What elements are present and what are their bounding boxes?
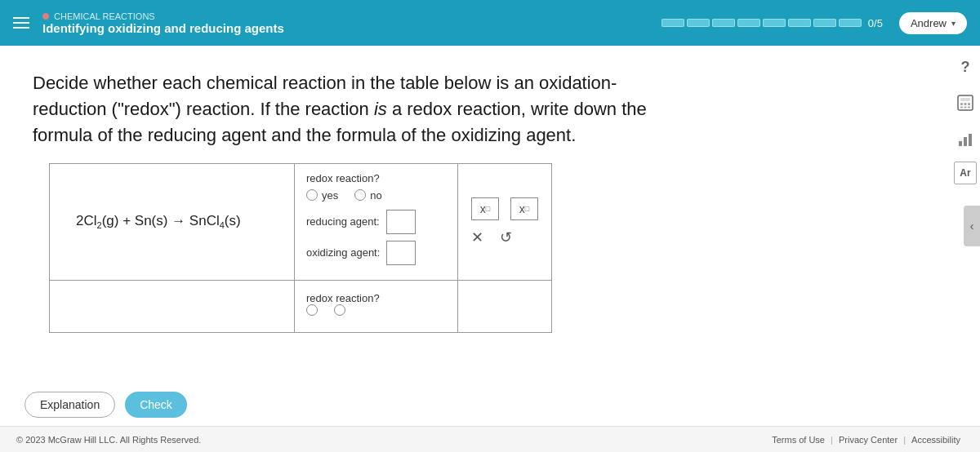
svg-rect-6 [964,107,967,109]
redox-question-label-1: redox reaction? [306,172,446,184]
reducing-agent-input[interactable] [386,210,416,234]
chevron-down-icon: ▾ [951,19,956,28]
oxidizing-agent-row: oxidizing agent: [306,241,446,265]
progress-bar [662,19,862,27]
header-title-area: CHEMICAL REACTIONS Identifying oxidizing… [42,11,662,35]
symbol-panel-2 [458,280,552,332]
radio-row-2 [306,304,446,316]
symbol-panel-1: x□ x□ ✕ ↺ [458,163,552,280]
reducing-agent-label: reducing agent: [306,215,380,228]
progress-segment-5 [763,19,786,27]
lesson-title: Identifying oxidizing and reducing agent… [42,21,662,35]
action-row: ✕ ↺ [471,228,538,246]
svg-rect-1 [960,98,970,101]
svg-rect-7 [968,107,970,109]
course-label: CHEMICAL REACTIONS [42,11,662,21]
answer-col-1: redox reaction? yes no [295,163,458,280]
symbol-row: x□ x□ [471,197,538,220]
reaction-formula-1: 2Cl2(g) + Sn(s) → SnCl4(s) [50,163,295,280]
progress-segment-4 [737,19,760,27]
svg-rect-10 [969,134,972,146]
svg-rect-8 [959,141,962,146]
status-dot [42,13,49,20]
no-radio-2-label[interactable] [334,304,345,316]
reducing-agent-row: reducing agent: [306,210,446,234]
svg-rect-3 [964,103,967,105]
terms-link[interactable]: Terms of Use [772,435,825,445]
yes-radio-label[interactable]: yes [306,189,338,202]
header: CHEMICAL REACTIONS Identifying oxidizing… [0,0,980,46]
progress-segment-1 [662,19,684,27]
clear-button[interactable]: ✕ [471,228,483,246]
progress-segment-7 [813,19,836,27]
periodic-table-icon[interactable]: Ar [954,162,977,184]
progress-label: 0/5 [868,17,883,29]
user-name: Andrew [911,17,947,29]
no-radio-2[interactable] [334,304,345,316]
reaction-table: 2Cl2(g) + Sn(s) → SnCl4(s) redox reactio… [49,163,552,333]
subscript-button[interactable]: x□ [510,197,538,220]
check-button[interactable]: Check [125,392,187,418]
superscript-button[interactable]: x□ [471,197,499,220]
table-row-2: redox reaction? [50,280,552,332]
answer-col-2: redox reaction? [295,280,458,332]
yes-radio[interactable] [306,189,318,201]
oxidizing-agent-input[interactable] [386,241,416,265]
yes-radio-2-label[interactable] [306,304,318,316]
oxidizing-agent-label: oxidizing agent: [306,246,380,259]
progress-segment-2 [687,19,710,27]
progress-segment-8 [839,19,862,27]
bottom-bar: © 2023 McGraw Hill LLC. All Rights Reser… [0,426,980,452]
no-radio[interactable] [354,189,366,201]
help-icon[interactable]: ? [952,54,978,80]
progress-area: 0/5 [662,17,883,29]
svg-rect-4 [968,103,970,105]
undo-button[interactable]: ↺ [500,228,512,246]
redox-question-label-2: redox reaction? [306,292,446,304]
calculator-icon[interactable] [952,90,978,116]
progress-segment-6 [788,19,811,27]
footer-links: Terms of Use | Privacy Center | Accessib… [768,435,964,445]
radio-row-1: yes no [306,189,446,202]
accessibility-link[interactable]: Accessibility [911,435,960,445]
table-area: 2Cl2(g) + Sn(s) → SnCl4(s) redox reactio… [49,163,947,333]
user-menu-button[interactable]: Andrew ▾ [899,12,967,34]
copyright-text: © 2023 McGraw Hill LLC. All Rights Reser… [16,435,201,445]
reaction-formula-2 [50,280,295,332]
privacy-link[interactable]: Privacy Center [839,435,898,445]
menu-button[interactable] [13,17,29,29]
yes-radio-2[interactable] [306,304,318,316]
svg-rect-2 [960,103,963,105]
question-text: Decide whether each chemical reaction in… [33,70,686,148]
chart-icon[interactable] [952,126,978,152]
svg-rect-5 [960,107,963,109]
right-sidebar: ? Ar [951,46,980,184]
table-row: 2Cl2(g) + Sn(s) → SnCl4(s) redox reactio… [50,163,552,280]
progress-segment-3 [712,19,735,27]
footer-actions: Explanation Check [24,392,187,418]
main-content: Decide whether each chemical reaction in… [0,46,980,426]
no-radio-label[interactable]: no [354,189,381,202]
explanation-button[interactable]: Explanation [24,392,115,418]
sidebar-collapse-tab[interactable]: ‹ [964,206,980,246]
svg-rect-9 [964,137,967,146]
